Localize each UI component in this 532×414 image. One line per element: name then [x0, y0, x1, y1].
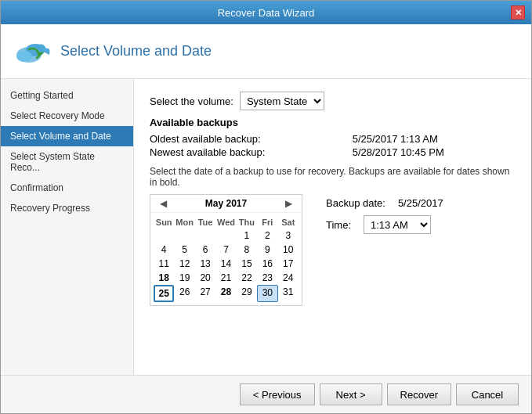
cal-day-empty [174, 229, 194, 243]
cal-day-29[interactable]: 29 [237, 285, 257, 302]
volume-label: Select the volume: [150, 95, 233, 107]
cal-day-17[interactable]: 17 [278, 257, 299, 271]
cal-day-5[interactable]: 5 [174, 243, 194, 257]
cal-day-15[interactable]: 15 [237, 257, 257, 271]
cal-day-empty [195, 229, 215, 243]
volume-select[interactable]: System State C:\ D:\ [240, 92, 324, 110]
sidebar: Getting StartedSelect Recovery ModeSelec… [1, 79, 134, 375]
dialog-footer: < Previous Next > Recover Cancel [1, 375, 531, 413]
dow-sun: Sun [154, 216, 174, 229]
next-button[interactable]: Next > [320, 383, 382, 405]
available-backups-title: Available backups [150, 117, 516, 128]
svg-point-2 [16, 51, 32, 62]
cal-day-24[interactable]: 24 [278, 271, 299, 285]
cal-day-1[interactable]: 1 [237, 229, 257, 243]
next-month-button[interactable]: ▶ [282, 198, 295, 209]
sidebar-item-confirmation[interactable]: Confirmation [1, 178, 133, 198]
calendar-day-headers: Sun Mon Tue Wed Thu Fri Sat [154, 216, 299, 229]
time-select[interactable]: 1:13 AM 10:45 PM [364, 215, 431, 234]
prev-month-button[interactable]: ◀ [157, 198, 170, 209]
backup-date-value: 5/25/2017 [398, 197, 443, 209]
newest-value: 5/28/2017 10:45 PM [353, 146, 516, 158]
oldest-value: 5/25/2017 1:13 AM [353, 133, 516, 145]
cal-day-18[interactable]: 18 [154, 271, 174, 285]
cal-day-12[interactable]: 12 [174, 257, 194, 271]
calendar-header: ◀ May 2017 ▶ [150, 195, 302, 213]
cal-day-25[interactable]: 25 [154, 285, 174, 302]
sidebar-item-recovery-progress[interactable]: Recovery Progress [1, 198, 133, 218]
window: Recover Data Wizard ✕ Select Volume and … [0, 0, 532, 414]
cal-day-26[interactable]: 26 [174, 285, 194, 302]
cal-day-31[interactable]: 31 [278, 285, 299, 302]
calendar: ◀ May 2017 ▶ Sun Mon Tue Wed Thu Fri Sat [150, 194, 302, 306]
calendar-section: ◀ May 2017 ▶ Sun Mon Tue Wed Thu Fri Sat [150, 194, 516, 306]
cal-day-22[interactable]: 22 [237, 271, 257, 285]
page-title: Select Volume and Date [60, 43, 212, 59]
dow-mon: Mon [174, 216, 194, 229]
header-icon [13, 33, 51, 70]
cancel-button[interactable]: Cancel [456, 383, 519, 405]
cal-day-28[interactable]: 28 [215, 285, 236, 302]
backup-date-time: Backup date: 5/25/2017 Time: 1:13 AM 10:… [326, 197, 443, 234]
cal-day-21[interactable]: 21 [215, 271, 236, 285]
content-area: Select the volume: System State C:\ D:\ … [134, 79, 531, 375]
cal-day-empty [215, 229, 236, 243]
previous-button[interactable]: < Previous [240, 383, 315, 405]
cal-day-13[interactable]: 13 [195, 257, 215, 271]
cal-day-16[interactable]: 16 [257, 257, 277, 271]
oldest-label: Oldest available backup: [150, 133, 337, 145]
cal-day-3[interactable]: 3 [278, 229, 299, 243]
dow-sat: Sat [278, 216, 299, 229]
recover-button[interactable]: Recover [387, 383, 451, 405]
calendar-grid: Sun Mon Tue Wed Thu Fri Sat [150, 213, 302, 305]
calendar-month-year: May 2017 [205, 198, 247, 209]
backup-date-row: Backup date: 5/25/2017 [326, 197, 443, 209]
cal-day-4[interactable]: 4 [154, 243, 174, 257]
dow-tue: Tue [195, 216, 215, 229]
cal-week-1: 1 2 3 [154, 229, 299, 243]
cal-day-7[interactable]: 7 [215, 243, 236, 257]
sidebar-item-select-system-state[interactable]: Select System State Reco... [1, 146, 133, 178]
close-button[interactable]: ✕ [511, 5, 525, 20]
volume-row: Select the volume: System State C:\ D:\ [150, 92, 516, 110]
cal-day-empty [154, 229, 174, 243]
sidebar-item-select-volume-and-date[interactable]: Select Volume and Date [1, 126, 133, 146]
cal-day-14[interactable]: 14 [215, 257, 236, 271]
cal-day-27[interactable]: 27 [195, 285, 215, 302]
dow-thu: Thu [237, 216, 257, 229]
cal-day-6[interactable]: 6 [195, 243, 215, 257]
time-label: Time: [326, 219, 351, 231]
instruction-text: Select the date of a backup to use for r… [150, 166, 516, 188]
dow-fri: Fri [257, 216, 277, 229]
dialog-header: Select Volume and Date [1, 24, 531, 79]
cal-day-8[interactable]: 8 [237, 243, 257, 257]
cal-day-2[interactable]: 2 [257, 229, 277, 243]
backup-info-grid: Oldest available backup: 5/25/2017 1:13 … [150, 133, 516, 158]
window-title: Recover Data Wizard [21, 7, 511, 19]
cal-day-10[interactable]: 10 [278, 243, 299, 257]
dow-wed: Wed [215, 216, 236, 229]
cal-day-23[interactable]: 23 [257, 271, 277, 285]
time-row: Time: 1:13 AM 10:45 PM [326, 215, 443, 234]
cal-week-4: 18 19 20 21 22 23 24 [154, 271, 299, 285]
cal-week-2: 4 5 6 7 8 9 10 [154, 243, 299, 257]
cal-day-9[interactable]: 9 [257, 243, 277, 257]
title-bar: Recover Data Wizard ✕ [1, 1, 531, 24]
cal-day-30[interactable]: 30 [257, 285, 277, 302]
cal-day-19[interactable]: 19 [174, 271, 194, 285]
cal-week-3: 11 12 13 14 15 16 17 [154, 257, 299, 271]
cal-day-20[interactable]: 20 [195, 271, 215, 285]
dialog-body: Getting StartedSelect Recovery ModeSelec… [1, 79, 531, 375]
newest-label: Newest available backup: [150, 146, 337, 158]
cal-week-5: 25 26 27 28 29 30 31 [154, 285, 299, 302]
cal-day-11[interactable]: 11 [154, 257, 174, 271]
backup-date-label: Backup date: [326, 197, 385, 209]
sidebar-item-select-recovery-mode[interactable]: Select Recovery Mode [1, 106, 133, 126]
sidebar-item-getting-started[interactable]: Getting Started [1, 85, 133, 106]
